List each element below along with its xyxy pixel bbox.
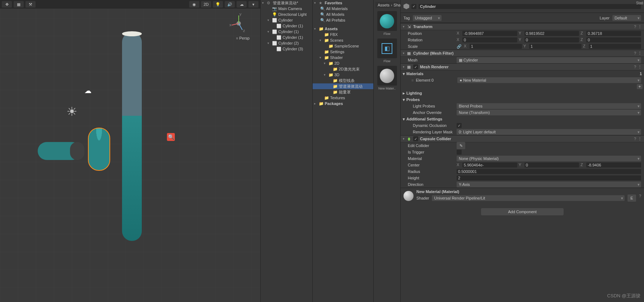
favorite-item[interactable]: 🔍All Prefabs	[313, 17, 374, 23]
menu-icon[interactable]: ⋮	[638, 137, 642, 141]
project-item[interactable]: 📁2D激光光束	[313, 66, 374, 72]
collider-enabled[interactable]: ✓	[413, 136, 418, 141]
hierarchy-item[interactable]: ▾⬜Cylinder (2)	[261, 40, 312, 46]
project-item[interactable]: ▾📁3D	[313, 72, 374, 78]
additional-header[interactable]: ▾Additional Settings	[401, 116, 644, 122]
radius-field[interactable]	[457, 169, 641, 174]
breadcrumb[interactable]: Assets › Sha	[375, 2, 398, 8]
layer-mask-dropdown[interactable]: 0: Light Layer default	[457, 129, 641, 135]
materials-header[interactable]: ▾Materials1	[401, 70, 644, 77]
direction-dropdown[interactable]: Y-Axis	[457, 182, 641, 187]
material-header[interactable]: New Material (Material) ShaderUniversal …	[401, 188, 644, 204]
packages-header[interactable]: ▸📁Packages	[313, 101, 374, 106]
scale-y[interactable]	[529, 44, 582, 49]
hierarchy-item[interactable]: ▾⬜Cylinder	[261, 17, 312, 23]
is-trigger-checkbox[interactable]	[457, 150, 462, 155]
light-gizmo-icon[interactable]: ☀	[66, 104, 77, 119]
tool-btn[interactable]: ▦	[14, 1, 24, 8]
meshrenderer-header[interactable]: ▾▦✓Mesh Renderer?⋮	[401, 63, 644, 70]
menu-icon[interactable]: ⋮	[638, 24, 642, 29]
hierarchy-item[interactable]: 📷Main Camera	[261, 6, 312, 12]
pos-z[interactable]	[586, 31, 641, 36]
layer-dropdown[interactable]: Default	[612, 15, 641, 21]
static-toggle[interactable]: Stati	[636, 1, 643, 5]
meshfilter-header[interactable]: ▾▦Cylinder (Mesh Filter)?⋮	[401, 50, 644, 57]
asset-thumb[interactable]: New Mater..	[377, 66, 397, 90]
material-slot[interactable]: ● New Material	[457, 77, 641, 83]
scene-view[interactable]: ✥ ▦ ⚒ ◉ 2D 💡 🔊 ☁ ▾ yxz ≡ Persp ☀ ☁ 🔍	[0, 0, 260, 302]
rot-x[interactable]	[462, 37, 517, 42]
tool-fx[interactable]: ☁	[237, 1, 247, 8]
add-material-button[interactable]: +	[637, 84, 643, 89]
height-field[interactable]	[457, 175, 641, 180]
hierarchy-item[interactable]: ▾⬜Cylinder (1)	[261, 29, 312, 35]
help-icon[interactable]: ?	[634, 137, 636, 141]
hierarchy-item[interactable]: 💡Directional Light	[261, 12, 312, 17]
scene-object-cylinder-left[interactable]	[38, 142, 81, 160]
help-icon[interactable]: ?	[634, 51, 636, 55]
drag-icon[interactable]: ≡	[411, 78, 414, 82]
object-name-field[interactable]	[419, 4, 641, 9]
hierarchy-scene[interactable]: ▾⚙管道液体流动*	[261, 0, 312, 6]
menu-icon[interactable]: ⋮	[638, 65, 642, 69]
hierarchy-item[interactable]: ⬜Cylinder (3)	[261, 46, 312, 52]
project-item[interactable]: 📁SampleScene	[313, 43, 374, 49]
project-item[interactable]: 📁Settings	[313, 49, 374, 55]
renderer-enabled[interactable]: ✓	[413, 64, 418, 69]
favorites-header[interactable]: ▾★Favorites	[313, 0, 374, 6]
tool-audio[interactable]: 🔊	[225, 1, 235, 8]
edit-collider-button[interactable]: ✎	[457, 142, 465, 149]
help-icon[interactable]: ?	[634, 65, 636, 69]
help-icon[interactable]: ?	[639, 194, 641, 198]
pos-x[interactable]	[462, 31, 517, 36]
help-icon[interactable]: ?	[634, 24, 636, 29]
transform-header[interactable]: ▾⇲Transform?⋮	[401, 23, 644, 30]
scale-x[interactable]	[470, 44, 522, 49]
favorite-item[interactable]: 🔍All Models	[313, 12, 374, 17]
tool-2d[interactable]: 2D	[201, 1, 211, 8]
center-x[interactable]	[462, 163, 517, 168]
lighting-header[interactable]: ▸Lighting	[401, 90, 644, 96]
capsule-header[interactable]: ▾⬮✓Capsule Collider?⋮	[401, 135, 644, 142]
rot-z[interactable]	[586, 37, 641, 42]
tool-btn[interactable]: ✥	[2, 1, 12, 8]
orientation-gizmo[interactable]: yxz	[228, 13, 249, 34]
pos-y[interactable]	[524, 31, 579, 36]
link-icon[interactable]: 🔗	[457, 44, 462, 49]
favorite-item[interactable]: 🔍All Materials	[313, 6, 374, 12]
project-item[interactable]: 📁能量罩	[313, 89, 374, 95]
center-y[interactable]	[524, 163, 579, 168]
project-item[interactable]: 📁Textures	[313, 95, 374, 101]
menu-icon[interactable]: ⋮	[638, 51, 642, 56]
hierarchy-item[interactable]: ⬜Cylinder (1)	[261, 35, 312, 40]
edit-shader-button[interactable]: E	[627, 195, 636, 202]
asset-thumb[interactable]: Flow	[377, 11, 397, 36]
mesh-field[interactable]: ▦ Cylinder	[457, 57, 641, 63]
add-component-button[interactable]: Add Component	[481, 208, 564, 215]
tool-gizmo[interactable]: ▾	[248, 1, 258, 8]
light-probes-dropdown[interactable]: Blend Probes	[457, 103, 641, 109]
project-item[interactable]: ▾📁Scenes	[313, 37, 374, 43]
project-item[interactable]: ▾📁2D	[313, 60, 374, 66]
hierarchy-item[interactable]: ⬜Cylinder (1)	[261, 23, 312, 29]
shader-dropdown[interactable]: Universal Render Pipeline/Lit	[432, 195, 624, 201]
anchor-dropdown[interactable]: None (Transform)	[457, 110, 641, 115]
scale-z[interactable]	[589, 44, 641, 49]
dynamic-occlusion-checkbox[interactable]: ✓	[457, 123, 462, 128]
center-z[interactable]	[586, 163, 641, 168]
tool-btn[interactable]: ⚒	[25, 1, 36, 8]
project-item[interactable]: 📁管道液体流动	[313, 83, 374, 89]
scene-object-cylinder-selected[interactable]	[88, 128, 110, 171]
camera-gizmo-icon[interactable]: ☁	[84, 86, 92, 95]
project-item[interactable]: ▾📁Shader	[313, 55, 374, 60]
tool-light[interactable]: 💡	[213, 1, 223, 8]
scene-object-cylinder-tall[interactable]	[122, 32, 142, 241]
projection-label[interactable]: ≡ Persp	[236, 36, 249, 40]
rot-y[interactable]	[524, 37, 579, 42]
physic-material-field[interactable]: None (Physic Material)	[457, 156, 641, 161]
project-item[interactable]: 📁FBX	[313, 32, 374, 37]
tool-btn[interactable]: ◉	[189, 1, 199, 8]
probes-header[interactable]: ▾Probes	[401, 96, 644, 103]
project-item[interactable]: 📁模型线条	[313, 78, 374, 83]
assets-header[interactable]: ▾📁Assets	[313, 26, 374, 32]
